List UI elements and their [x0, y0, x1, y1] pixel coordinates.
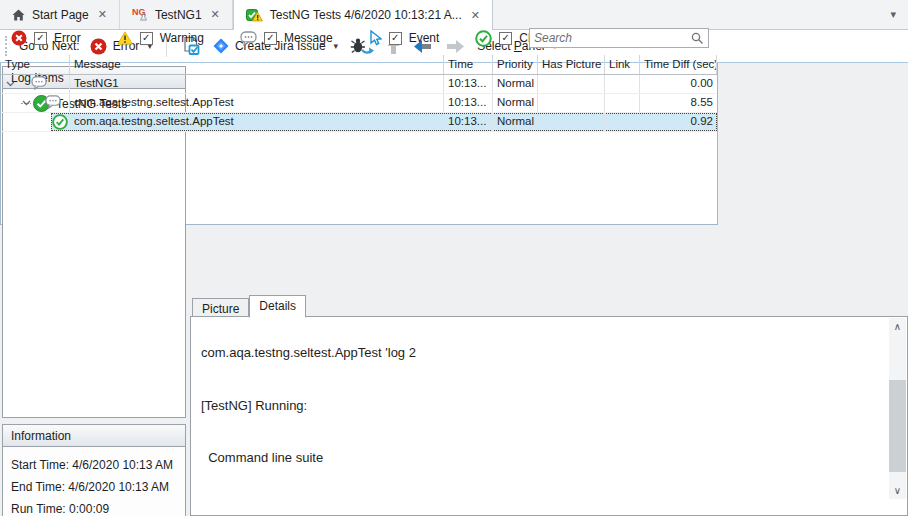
vertical-scrollbar[interactable]: ∧ ∨: [889, 318, 906, 499]
end-time-text: End Time: 4/6/2020 10:13 AM: [11, 476, 177, 498]
row-time: 10:13...: [444, 75, 493, 93]
checkpoint-icon: [475, 30, 492, 47]
tab-details-label: Details: [259, 299, 296, 313]
row-link: [605, 94, 640, 112]
information-title: Information: [11, 429, 71, 443]
column-header-time[interactable]: Time: [444, 55, 493, 74]
table-row[interactable]: com.aqa.testng.seltest.AppTest 10:13... …: [1, 94, 717, 113]
row-has-picture: [538, 113, 605, 131]
column-header-link[interactable]: Link: [605, 55, 640, 74]
search-icon[interactable]: [691, 32, 708, 45]
scrollbar-thumb[interactable]: [889, 380, 906, 472]
column-header-type[interactable]: Type: [1, 55, 70, 74]
column-header-has-picture[interactable]: Has Picture: [538, 55, 605, 74]
filter-event: ✓ Event: [369, 30, 440, 46]
testng-project-icon: NG: [132, 7, 148, 22]
message-checkbox[interactable]: ✓: [264, 32, 277, 45]
tab-details[interactable]: Details: [249, 295, 306, 318]
row-time-diff: 8.55: [640, 94, 717, 112]
row-priority: Normal: [493, 113, 538, 131]
table-row[interactable]: TestNG1 10:13... Normal 0.00: [1, 75, 717, 94]
row-time: 10:13...: [444, 94, 493, 112]
error-icon: [11, 30, 27, 46]
table-row-selected[interactable]: com.aqa.testng.seltest.AppTest 10:13... …: [1, 113, 717, 132]
row-message: com.aqa.testng.seltest.AppTest: [70, 94, 444, 112]
warning-icon: [117, 31, 133, 45]
log-line: Command line suite: [201, 449, 881, 467]
filter-event-label: Event: [409, 31, 440, 45]
tab-label: Start Page: [32, 8, 89, 22]
scroll-down-icon[interactable]: ∨: [889, 482, 906, 499]
filter-message-label: Message: [284, 31, 333, 45]
tab-picture-label: Picture: [202, 302, 239, 316]
filter-message: ✓ Message: [240, 31, 333, 46]
message-bubble-icon: [45, 95, 61, 109]
information-body: Start Time: 4/6/2020 10:13 AM End Time: …: [3, 447, 185, 516]
column-header-priority[interactable]: Priority: [493, 55, 538, 74]
details-log-text: com.aqa.testng.seltest.AppTest 'log 2 [T…: [191, 317, 907, 515]
expander-chevron-icon[interactable]: [6, 81, 15, 87]
information-panel: Information Start Time: 4/6/2020 10:13 A…: [2, 424, 186, 516]
log-line-clipped: com.aqa.testng.seltest.AppTest 'log 2: [201, 344, 881, 362]
details-tabbar: Picture Details: [192, 294, 306, 317]
column-header-time-diff[interactable]: Time Diff (sec): [640, 55, 717, 74]
search-box: [529, 28, 709, 48]
scroll-up-icon[interactable]: ∧: [889, 318, 906, 335]
event-checkbox[interactable]: ✓: [389, 32, 402, 45]
message-bubble-icon: [240, 31, 257, 46]
message-bubble-icon: [31, 76, 47, 90]
tab-testng-tests-log[interactable]: TestNG Tests 4/6/2020 10:13:21 A... ✕: [233, 0, 493, 30]
filter-warning-label: Warning: [160, 31, 204, 45]
row-priority: Normal: [493, 75, 538, 93]
error-checkbox[interactable]: ✓: [34, 32, 47, 45]
information-header: Information: [3, 425, 185, 447]
row-priority: Normal: [493, 94, 538, 112]
column-header-message[interactable]: Message: [70, 55, 444, 74]
tab-label: TestNG Tests 4/6/2020 10:13:21 A...: [270, 8, 462, 22]
close-icon[interactable]: ✕: [209, 8, 222, 21]
grid-header-row: Type Message Time Priority Has Picture L…: [1, 55, 717, 75]
row-link: [605, 113, 640, 131]
test-result-warning-icon: [246, 8, 263, 23]
filter-warning: ✓ Warning: [117, 31, 204, 45]
row-link: [605, 75, 640, 93]
filter-error-label: Error: [54, 31, 81, 45]
close-icon[interactable]: ✕: [469, 9, 482, 22]
row-message: com.aqa.testng.seltest.AppTest: [70, 113, 444, 131]
home-icon: [12, 9, 25, 21]
row-time: 10:13...: [444, 113, 493, 131]
expander-chevron-icon[interactable]: [22, 100, 31, 106]
start-time-text: Start Time: 4/6/2020 10:13 AM: [11, 454, 177, 476]
row-time-diff: 0.92: [640, 113, 717, 131]
filter-error: ✓ Error: [11, 30, 81, 46]
log-line: [TestNG] Running:: [201, 397, 881, 415]
tab-picture[interactable]: Picture: [192, 298, 249, 317]
checkpoint-checkbox[interactable]: ✓: [499, 32, 512, 45]
close-icon[interactable]: ✕: [96, 8, 109, 21]
search-input[interactable]: [530, 31, 691, 45]
row-has-picture: [538, 94, 605, 112]
tab-overflow-icon[interactable]: ▾: [890, 8, 896, 21]
checkpoint-icon: [52, 114, 68, 130]
row-has-picture: [538, 75, 605, 93]
row-message: TestNG1: [70, 75, 444, 93]
details-pane[interactable]: com.aqa.testng.seltest.AppTest 'log 2 [T…: [190, 316, 908, 516]
log-line: [201, 502, 881, 516]
tab-label: TestNG1: [155, 8, 202, 22]
run-time-text: Run Time: 0:00:09: [11, 498, 177, 516]
cursor-event-icon: [369, 30, 382, 46]
warning-checkbox[interactable]: ✓: [140, 32, 153, 45]
row-time-diff: 0.00: [640, 75, 717, 93]
